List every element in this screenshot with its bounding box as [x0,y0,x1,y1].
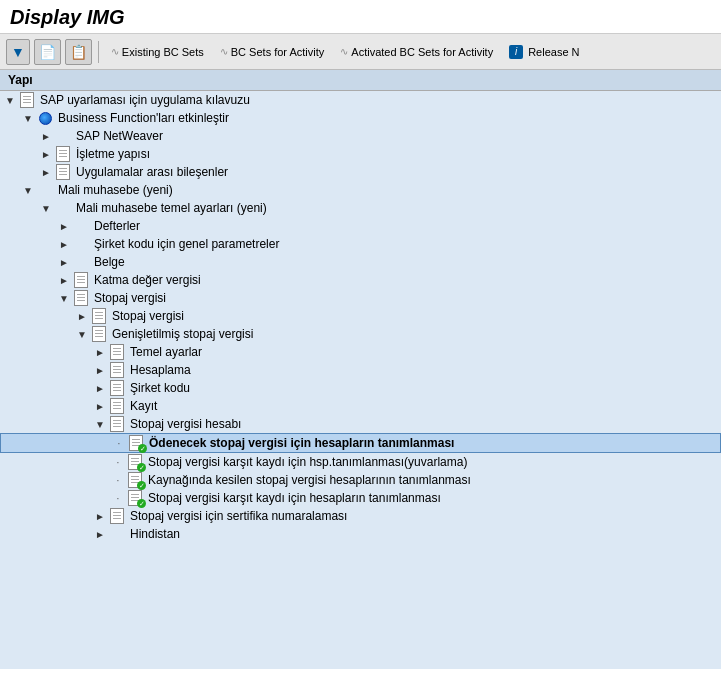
toggle-icon[interactable]: ► [58,221,70,232]
node-label: Stopaj vergisi [92,291,166,305]
tree-node[interactable]: ►Şirket kodu için genel parametreler [0,235,721,253]
toggle-icon[interactable]: ▼ [40,203,52,214]
tree-node[interactable]: ►Stopaj vergisi [0,307,721,325]
node-label: Hindistan [128,527,180,541]
node-label: Stopaj vergisi karşıt kaydı için hsp.tan… [146,455,467,469]
tree-node[interactable]: ►İşletme yapısı [0,145,721,163]
toggle-icon[interactable]: ▼ [4,95,16,106]
bc-sets-activity-btn[interactable]: ∿ BC Sets for Activity [214,39,331,65]
node-label: Belge [92,255,125,269]
tree-node[interactable]: ►Hindistan [0,525,721,543]
toggle-icon[interactable]: · [113,438,125,449]
toggle-icon[interactable]: ► [58,275,70,286]
tree-node[interactable]: ►Uygulamalar arası bileşenler [0,163,721,181]
dropdown-btn[interactable]: ▼ [6,39,30,65]
node-label: Şirket kodu için genel parametreler [92,237,279,251]
release-btn[interactable]: i Release N [503,39,585,65]
node-label: Temel ayarlar [128,345,202,359]
toggle-icon[interactable]: ► [76,311,88,322]
toggle-icon[interactable]: ► [58,239,70,250]
node-label: Business Function'ları etkinleştir [56,111,229,125]
node-label: Uygulamalar arası bileşenler [74,165,228,179]
node-label: Mali muhasebe (yeni) [56,183,173,197]
toggle-icon[interactable]: · [112,493,124,504]
toggle-icon[interactable]: ► [94,511,106,522]
node-label: Defterler [92,219,140,233]
node-label: Kayıt [128,399,157,413]
tree-node[interactable]: ►Defterler [0,217,721,235]
activated-bc-sets-btn[interactable]: ∿ Activated BC Sets for Activity [334,39,499,65]
doc-btn[interactable]: 📄 [34,39,61,65]
toggle-icon[interactable]: ► [94,401,106,412]
tree-node[interactable]: ►Temel ayarlar [0,343,721,361]
toggle-icon[interactable]: ▼ [94,419,106,430]
toggle-icon[interactable]: · [112,457,124,468]
title-bar: Display IMG [0,0,721,34]
node-label: Ödenecek stopaj vergisi için hesapların … [147,436,454,450]
toggle-icon[interactable]: ► [40,149,52,160]
node-label: SAP uyarlaması için uygulama kılavuzu [38,93,250,107]
toggle-icon[interactable]: ► [58,257,70,268]
toggle-icon[interactable]: ► [94,347,106,358]
tree-node[interactable]: ▼Stopaj vergisi hesabı [0,415,721,433]
page-title: Display IMG [10,6,711,29]
node-label: Stopaj vergisi karşıt kaydı için hesapla… [146,491,441,505]
node-label: Stopaj vergisi hesabı [128,417,241,431]
copy-btn[interactable]: 📋 [65,39,92,65]
toggle-icon[interactable]: ▼ [58,293,70,304]
toggle-icon[interactable]: ► [94,383,106,394]
toggle-icon[interactable]: ► [94,529,106,540]
toggle-icon[interactable]: ▼ [22,113,34,124]
existing-bc-sets-btn[interactable]: ∿ Existing BC Sets [105,39,210,65]
toggle-icon[interactable]: ► [40,167,52,178]
node-label: Stopaj vergisi için sertifika numaralama… [128,509,347,523]
tree-node[interactable]: ▼Genişletilmiş stopaj vergisi [0,325,721,343]
toggle-icon[interactable]: ► [94,365,106,376]
section-header: Yapı [0,70,721,91]
tree-node[interactable]: ▼Mali muhasebe temel ayarları (yeni) [0,199,721,217]
tree-node[interactable]: ►SAP NetWeaver [0,127,721,145]
tree-node[interactable]: ►Stopaj vergisi için sertifika numaralam… [0,507,721,525]
tree-node[interactable]: ►Kayıt [0,397,721,415]
tree-node[interactable]: ►Hesaplama [0,361,721,379]
tree-node[interactable]: ▼SAP uyarlaması için uygulama kılavuzu [0,91,721,109]
tree-node[interactable]: ►Belge [0,253,721,271]
toggle-icon[interactable]: ▼ [22,185,34,196]
node-label: SAP NetWeaver [74,129,163,143]
toolbar: ▼ 📄 📋 ∿ Existing BC Sets ∿ BC Sets for A… [0,34,721,70]
tree-node[interactable]: ▼Stopaj vergisi [0,289,721,307]
node-label: İşletme yapısı [74,147,150,161]
node-label: Kaynağında kesilen stopaj vergisi hesapl… [146,473,471,487]
tree-node[interactable]: ·✓Kaynağında kesilen stopaj vergisi hesa… [0,471,721,489]
node-label: Mali muhasebe temel ayarları (yeni) [74,201,267,215]
tree-node[interactable]: ▼Business Function'ları etkinleştir [0,109,721,127]
tree-area[interactable]: ▼SAP uyarlaması için uygulama kılavuzu▼B… [0,91,721,669]
toggle-icon[interactable]: · [112,475,124,486]
toggle-icon[interactable]: ► [40,131,52,142]
node-label: Genişletilmiş stopaj vergisi [110,327,253,341]
tree-node[interactable]: ►Katma değer vergisi [0,271,721,289]
tree-node[interactable]: ·✓Stopaj vergisi karşıt kaydı için hesap… [0,489,721,507]
tree-node[interactable]: ▼Mali muhasebe (yeni) [0,181,721,199]
tree-node[interactable]: ►Şirket kodu [0,379,721,397]
node-label: Katma değer vergisi [92,273,201,287]
separator-1 [98,41,99,63]
node-label: Stopaj vergisi [110,309,184,323]
node-label: Şirket kodu [128,381,190,395]
toggle-icon[interactable]: ▼ [76,329,88,340]
node-label: Hesaplama [128,363,191,377]
tree-node[interactable]: ·✓Ödenecek stopaj vergisi için hesapları… [0,433,721,453]
tree-node[interactable]: ·✓Stopaj vergisi karşıt kaydı için hsp.t… [0,453,721,471]
